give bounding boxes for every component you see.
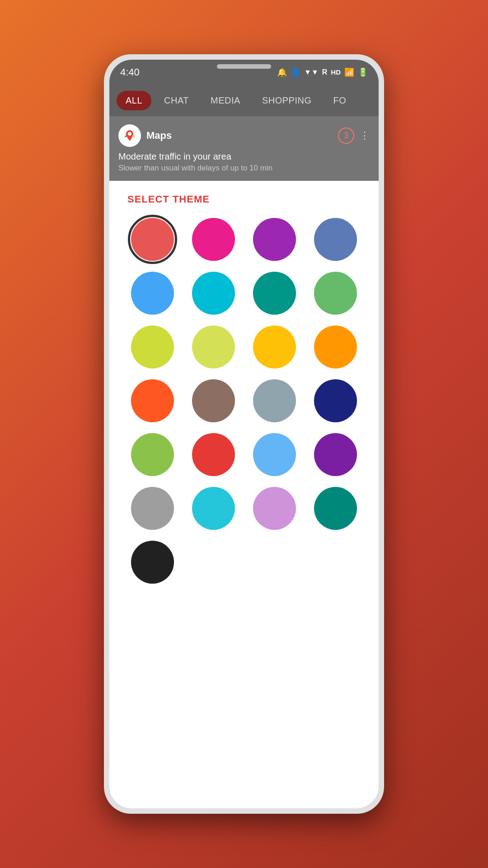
- menu-dots-icon[interactable]: ⋮: [360, 130, 370, 142]
- color-option-blue-grey[interactable]: [253, 379, 296, 422]
- color-option-deep-purple[interactable]: [314, 433, 357, 476]
- svg-point-1: [128, 132, 131, 136]
- color-grid: [127, 218, 361, 593]
- notif-badge: 3: [338, 127, 354, 144]
- theme-title: SELECT THEME: [127, 193, 361, 205]
- color-option-light-blue[interactable]: [131, 272, 174, 315]
- color-option-emerald[interactable]: [314, 487, 357, 530]
- color-option-purple[interactable]: [253, 218, 296, 261]
- tab-chat[interactable]: CHAT: [155, 91, 198, 110]
- color-option-blue-gray[interactable]: [314, 218, 357, 261]
- theme-panel: SELECT THEME: [109, 181, 379, 808]
- color-option-lime[interactable]: [131, 326, 174, 368]
- status-icons: 🔔 👤 ▼▼ R HD 📶 🔋: [277, 67, 368, 77]
- tab-all[interactable]: ALL: [117, 91, 151, 110]
- notification-card: Maps 3 ⋮ Moderate traffic in your area S…: [109, 116, 379, 181]
- person-icon: 👤: [291, 67, 300, 77]
- color-option-orange[interactable]: [314, 326, 357, 368]
- color-option-deep-orange[interactable]: [131, 379, 174, 422]
- network-icon: 📶: [344, 67, 354, 77]
- notif-actions: 3 ⋮: [338, 127, 370, 144]
- maps-icon: [118, 124, 141, 147]
- color-option-brown[interactable]: [192, 379, 235, 422]
- notif-title: Moderate traffic in your area: [118, 151, 370, 162]
- phone-frame: 4:40 🔔 👤 ▼▼ R HD 📶 🔋 ALL CHAT MEDIA SHOP…: [104, 54, 384, 814]
- color-option-cornflower[interactable]: [253, 433, 296, 476]
- color-option-red-orange[interactable]: [192, 433, 235, 476]
- notif-header: Maps 3 ⋮: [118, 124, 370, 147]
- color-option-cyan[interactable]: [192, 272, 235, 315]
- notif-app-info: Maps: [118, 124, 172, 147]
- status-time: 4:40: [120, 66, 140, 78]
- color-option-red[interactable]: [131, 218, 174, 261]
- signal-icon: R: [322, 68, 328, 76]
- hd-icon: HD: [331, 68, 341, 76]
- color-option-black[interactable]: [131, 541, 174, 584]
- notif-app-name: Maps: [146, 130, 172, 142]
- color-option-grey[interactable]: [131, 487, 174, 530]
- tabs-bar: ALL CHAT MEDIA SHOPPING FO: [109, 85, 379, 116]
- bell-icon: 🔔: [277, 67, 287, 77]
- wifi-icon: ▼▼: [304, 68, 319, 76]
- tab-fo[interactable]: FO: [324, 91, 355, 110]
- tab-shopping[interactable]: SHOPPING: [253, 91, 321, 110]
- color-option-mint[interactable]: [192, 487, 235, 530]
- phone-inner: 4:40 🔔 👤 ▼▼ R HD 📶 🔋 ALL CHAT MEDIA SHOP…: [109, 60, 379, 808]
- speaker-grill: [217, 64, 271, 69]
- status-bar: 4:40 🔔 👤 ▼▼ R HD 📶 🔋: [109, 60, 379, 85]
- color-option-teal[interactable]: [253, 272, 296, 315]
- color-option-lavender[interactable]: [253, 487, 296, 530]
- color-option-navy[interactable]: [314, 379, 357, 422]
- color-option-green[interactable]: [314, 272, 357, 315]
- color-option-pink[interactable]: [192, 218, 235, 261]
- notif-subtitle: Slower than usual with delays of up to 1…: [118, 164, 370, 173]
- color-option-light-green[interactable]: [131, 433, 174, 476]
- battery-icon: 🔋: [358, 67, 368, 77]
- tab-media[interactable]: MEDIA: [202, 91, 249, 110]
- color-option-amber[interactable]: [253, 326, 296, 368]
- color-option-yellow-green[interactable]: [192, 326, 235, 368]
